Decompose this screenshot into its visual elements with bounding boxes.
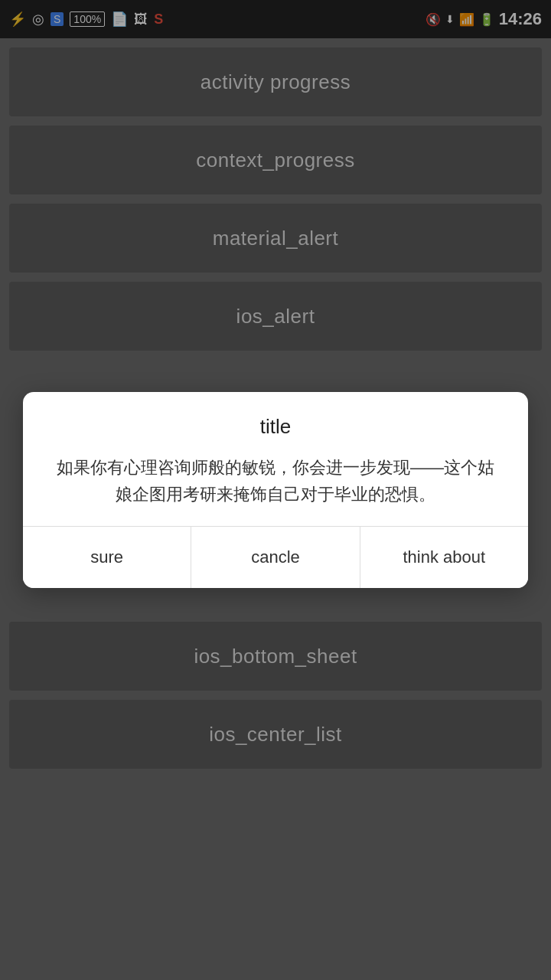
think-about-button[interactable]: think about bbox=[360, 527, 528, 588]
dialog-body: title 如果你有心理咨询师般的敏锐，你会进一步发现——这个姑娘企图用考研来掩… bbox=[23, 392, 528, 526]
sure-button[interactable]: sure bbox=[23, 527, 191, 588]
cancle-button[interactable]: cancle bbox=[191, 527, 360, 588]
dialog-message: 如果你有心理咨询师般的敏锐，你会进一步发现——这个姑娘企图用考研来掩饰自己对于毕… bbox=[51, 454, 500, 508]
dialog-buttons: sure cancle think about bbox=[23, 526, 528, 588]
ios-alert-dialog: title 如果你有心理咨询师般的敏锐，你会进一步发现——这个姑娘企图用考研来掩… bbox=[23, 392, 528, 588]
dialog-overlay: title 如果你有心理咨询师般的敏锐，你会进一步发现——这个姑娘企图用考研来掩… bbox=[0, 0, 551, 980]
dialog-title: title bbox=[51, 415, 500, 439]
